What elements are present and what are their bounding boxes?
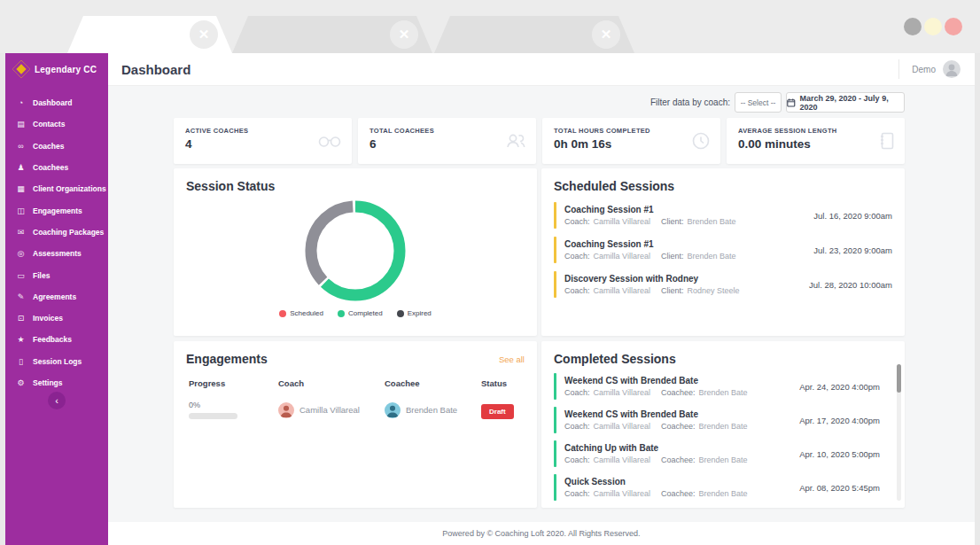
- window-minimize-button[interactable]: [904, 18, 922, 35]
- page-title: Dashboard: [121, 62, 191, 77]
- coach-label: Coach:: [564, 489, 590, 498]
- client-label: Client:: [661, 217, 684, 226]
- sidebar-item-settings[interactable]: ⚙ Settings: [5, 372, 108, 393]
- engagements-panel: Engagements See all Progress Coach Coach…: [174, 341, 537, 508]
- sidebar-item-session-logs[interactable]: ▯ Session Logs: [5, 351, 108, 372]
- completed-indicator-bar: [554, 373, 556, 400]
- brand-name: Legendary CC: [35, 65, 97, 74]
- sidebar-item-label: Dashboard: [33, 98, 72, 107]
- window-controls: [904, 18, 962, 35]
- browser-tab-active[interactable]: ✕: [67, 16, 232, 53]
- agreements-icon: ✎: [15, 292, 27, 301]
- brand-logo-icon: [12, 60, 30, 78]
- coach-label: Coach:: [564, 422, 590, 431]
- completed-session-row[interactable]: Catching Up with Bate Coach: Camilla Vil…: [554, 440, 880, 467]
- see-all-link[interactable]: See all: [499, 354, 525, 364]
- session-date: Jul. 16, 2020 9:00am: [813, 211, 892, 221]
- coach-name: Camilla Villareal: [594, 489, 650, 498]
- completed-session-row[interactable]: Weekend CS with Brended Bate Coach: Cami…: [554, 373, 880, 400]
- session-date: Apr. 17, 2020 4:00pm: [799, 416, 880, 425]
- sidebar-item-client-organizations[interactable]: ▦ Client Organizations: [5, 178, 108, 199]
- legend-item: Scheduled: [279, 309, 323, 317]
- browser-tab-3[interactable]: ✕: [434, 16, 634, 53]
- sidebar-item-coaches[interactable]: ∞ Coaches: [5, 136, 108, 157]
- coach-name: Camilla Villareal: [594, 217, 650, 226]
- sidebar-item-files[interactable]: ▭ Files: [5, 264, 108, 285]
- person-icon: [943, 60, 961, 78]
- scheduled-session-row[interactable]: Discovery Session with Rodney Coach: Cam…: [554, 271, 892, 298]
- tab-close-icon[interactable]: ✕: [390, 20, 418, 49]
- session-title: Coaching Session #1: [564, 239, 806, 249]
- sidebar-item-dashboard[interactable]: ◔ Dashboard: [5, 92, 108, 113]
- scrollbar-track[interactable]: [897, 364, 901, 501]
- legend-item: Completed: [338, 309, 383, 317]
- completed-session-row[interactable]: Weekend CS with Brended Bate Coach: Cami…: [554, 407, 880, 433]
- sidebar-menu: ◔ Dashboard ▤ Contacts ∞ Coaches ♟ Coach…: [5, 92, 108, 393]
- scheduled-indicator-bar: [554, 237, 556, 263]
- sidebar-item-assessments[interactable]: ◎ Assessments: [5, 243, 108, 264]
- browser-tab-2[interactable]: ✕: [232, 16, 432, 53]
- sidebar-item-invoices[interactable]: ⊡ Invoices: [5, 308, 108, 329]
- sidebar-item-label: Invoices: [33, 314, 63, 323]
- main-content: Filter data by coach: -- Select -- March…: [108, 86, 975, 545]
- coach-name: Camilla Villareal: [594, 455, 650, 464]
- legend-item: Expired: [397, 309, 432, 317]
- sidebar-item-label: Session Logs: [33, 357, 82, 366]
- sidebar-item-label: Settings: [33, 378, 63, 387]
- coach-filter-select[interactable]: -- Select --: [735, 92, 782, 113]
- column-header-coach: Coach: [278, 378, 385, 388]
- person-icon: [278, 402, 294, 418]
- user-menu[interactable]: Demo: [898, 59, 975, 79]
- chart-legend: Scheduled Completed Expired: [186, 309, 525, 317]
- tab-close-icon[interactable]: ✕: [190, 20, 218, 49]
- coach-avatar: [278, 402, 294, 418]
- sidebar-item-agreements[interactable]: ✎ Agreements: [5, 286, 108, 308]
- sidebar-item-engagements[interactable]: ◫ Engagements: [5, 199, 108, 221]
- completed-indicator-bar: [554, 474, 556, 501]
- sidebar-item-feedbacks[interactable]: ★ Feedbacks: [5, 329, 108, 350]
- coach-label: Coach:: [564, 455, 590, 464]
- scheduled-session-row[interactable]: Coaching Session #1 Coach: Camilla Villa…: [554, 202, 892, 229]
- coachee-cell: Brenden Bate: [385, 402, 481, 418]
- sidebar-item-label: Engagements: [33, 206, 82, 215]
- engagements-icon: ◫: [15, 206, 27, 215]
- stat-card-total-hours: TOTAL HOURS COMPLETED 0h 0m 16s: [542, 118, 720, 164]
- user-avatar[interactable]: [943, 60, 961, 78]
- engagement-row[interactable]: 0% Camilla Villareal: [186, 401, 525, 419]
- engagements-title: Engagements: [186, 352, 268, 366]
- tab-close-icon[interactable]: ✕: [592, 20, 620, 49]
- date-range-value: March 29, 2020 - July 9, 2020: [800, 94, 904, 112]
- stat-label: TOTAL COACHEES: [369, 127, 525, 135]
- coachee-label: Coachee:: [661, 455, 696, 464]
- date-range-picker[interactable]: March 29, 2020 - July 9, 2020: [786, 92, 905, 113]
- scrollbar-thumb[interactable]: [897, 364, 901, 393]
- sidebar-item-coachees[interactable]: ♟ Coachees: [5, 157, 108, 178]
- coach-name: Camilla Villareal: [299, 405, 360, 415]
- window-close-button[interactable]: [945, 18, 962, 35]
- completed-session-row[interactable]: Quick Session Coach: Camilla Villareal C…: [554, 474, 880, 501]
- coachee-name: Brenden Bate: [698, 455, 747, 464]
- window-maximize-button[interactable]: [924, 18, 942, 35]
- session-date: Jul. 28, 2020 10:00am: [809, 280, 892, 290]
- clock-icon: [692, 132, 710, 150]
- sidebar-item-coaching-packages[interactable]: ✉ Coaching Packages: [5, 222, 108, 243]
- footer: Powered by © Coaching Loft 2020. All Rig…: [108, 522, 975, 545]
- stat-label: TOTAL HOURS COMPLETED: [554, 127, 709, 135]
- client-label: Client:: [661, 286, 684, 295]
- stat-cards: ACTIVE COACHES 4 TOTAL COACHEES 6 TOTAL …: [174, 118, 905, 164]
- notebook-icon: [880, 132, 894, 150]
- sidebar-collapse-button[interactable]: ‹: [48, 392, 66, 409]
- completed-indicator-bar: [554, 407, 556, 433]
- legend-label: Scheduled: [290, 309, 323, 317]
- coachee-label: Coachee:: [661, 422, 696, 431]
- stat-card-total-coachees: TOTAL COACHEES 6: [358, 118, 536, 164]
- session-date: Apr. 24, 2020 4:00pm: [799, 382, 880, 392]
- scheduled-session-row[interactable]: Coaching Session #1 Coach: Camilla Villa…: [554, 237, 892, 263]
- sidebar-item-contacts[interactable]: ▤ Contacts: [5, 113, 108, 135]
- legend-dot: [338, 310, 345, 317]
- contacts-icon: ▤: [15, 120, 27, 128]
- invoices-icon: ⊡: [15, 314, 27, 323]
- sidebar-item-label: Feedbacks: [33, 335, 72, 344]
- sidebar: Legendary CC ◔ Dashboard ▤ Contacts ∞ Co…: [5, 53, 108, 545]
- session-date: Jul. 23, 2020 9:00am: [813, 245, 892, 255]
